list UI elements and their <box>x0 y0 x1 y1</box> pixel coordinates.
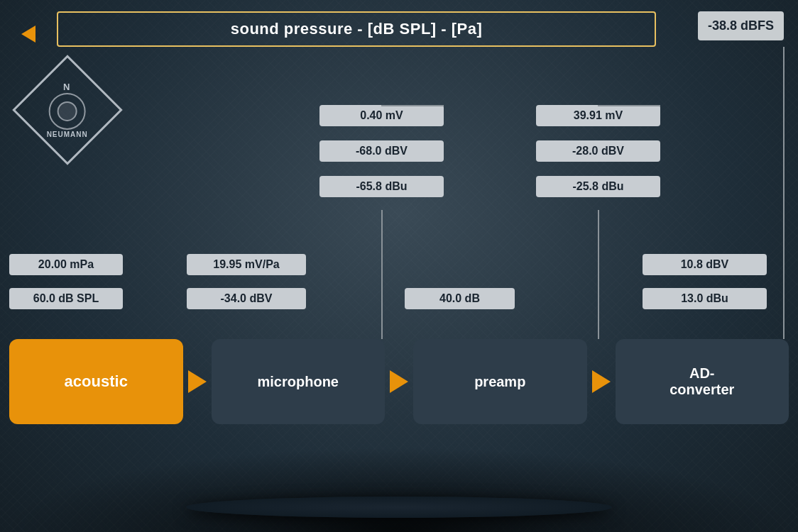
microphone-label: microphone <box>258 374 339 390</box>
pre-dbv-value: -68.0 dBV <box>356 145 408 157</box>
arrow-acoustic-mic <box>183 370 212 393</box>
mic-dbv-value: -34.0 dBV <box>221 292 273 304</box>
acoustic-stage[interactable]: acoustic <box>9 339 183 424</box>
neumann-circle <box>49 92 86 129</box>
microphone-stage[interactable]: microphone <box>212 339 386 424</box>
mic-sensitivity-box: 19.95 mV/Pa <box>187 254 306 275</box>
pedestal <box>186 497 612 518</box>
acoustic-pa-box: 20.00 mPa <box>9 254 123 275</box>
dbfs-value: -38.8 dBFS <box>708 18 774 33</box>
svg-marker-0 <box>21 26 35 43</box>
pre-gain-box: 40.0 dB <box>405 288 515 309</box>
stage-row: acoustic microphone preamp AD-converter <box>0 339 798 424</box>
ad-dbv-in-box: -28.0 dBV <box>536 140 660 162</box>
pre-dbv-box: -68.0 dBV <box>319 140 444 162</box>
ad-dbu-in-value: -25.8 dBu <box>572 180 623 192</box>
mic-sensitivity-value: 19.95 mV/Pa <box>213 258 279 270</box>
preamp-label: preamp <box>474 374 525 390</box>
neumann-diamond: N NEUMANN <box>12 55 123 165</box>
ad-dbv-in-value: -28.0 dBV <box>572 145 624 157</box>
preamp-stage[interactable]: preamp <box>413 339 587 424</box>
ad-dbv-out-box: 10.8 dBV <box>643 254 767 275</box>
pre-dbu-box: -65.8 dBu <box>319 176 444 197</box>
arrow-preamp-ad <box>587 370 616 393</box>
ad-converter-label: AD-converter <box>669 365 734 398</box>
neumann-logo: N NEUMANN <box>28 71 106 149</box>
page-title: sound pressure - [dB SPL] - [Pa] <box>231 20 483 38</box>
pre-dbu-value: -65.8 dBu <box>356 180 407 192</box>
acoustic-pa-value: 20.00 mPa <box>38 258 94 270</box>
pre-hline-top <box>381 105 444 106</box>
neumann-brand-bottom: NEUMANN <box>47 131 88 138</box>
neumann-inner-circle <box>58 101 77 121</box>
dbfs-badge: -38.8 dBFS <box>698 11 784 40</box>
right-vline <box>783 47 785 339</box>
mic-dbv-box: -34.0 dBV <box>187 288 306 309</box>
acoustic-spl-value: 60.0 dB SPL <box>33 292 99 304</box>
neumann-inner: N NEUMANN <box>47 82 88 138</box>
neumann-brand-top: N <box>47 82 88 91</box>
title-box: sound pressure - [dB SPL] - [Pa] <box>57 11 656 47</box>
ad-dbv-out-value: 10.8 dBV <box>681 258 729 270</box>
back-button[interactable] <box>14 20 43 48</box>
arrow-triangle-1 <box>188 370 207 393</box>
ad-mv-value: 39.91 mV <box>574 109 623 121</box>
pre-vline <box>381 210 383 339</box>
acoustic-label: acoustic <box>65 372 128 391</box>
arrow-triangle-2 <box>390 370 408 393</box>
ad-dbu-out-box: 13.0 dBu <box>643 288 767 309</box>
ad-vline <box>598 210 599 339</box>
acoustic-spl-box: 60.0 dB SPL <box>9 288 123 309</box>
ad-mv-box: 39.91 mV <box>536 105 660 126</box>
ad-converter-stage[interactable]: AD-converter <box>616 339 789 424</box>
ad-hline-top <box>598 105 660 106</box>
pre-mv-value: 0.40 mV <box>360 109 403 121</box>
arrow-triangle-3 <box>592 370 611 393</box>
ad-dbu-out-value: 13.0 dBu <box>681 292 728 304</box>
bottom-reflection <box>0 447 798 532</box>
pre-mv-box: 0.40 mV <box>319 105 444 126</box>
arrow-mic-preamp <box>385 370 413 393</box>
pre-gain-value: 40.0 dB <box>439 292 480 304</box>
ad-dbu-in-box: -25.8 dBu <box>536 176 660 197</box>
